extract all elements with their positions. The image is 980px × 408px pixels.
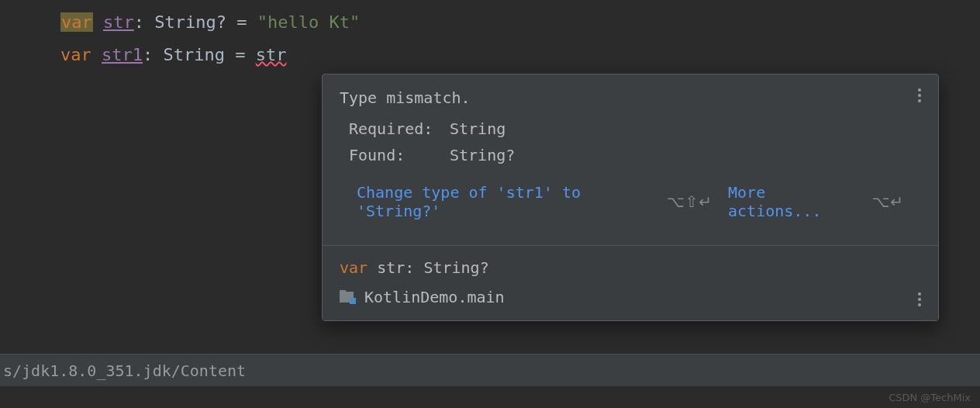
svg-rect-2	[350, 298, 356, 304]
code-line-2: var str1: String = str	[60, 39, 980, 71]
error-token: str	[256, 45, 287, 64]
more-actions-link[interactable]: More actions...	[728, 183, 859, 220]
var-name: str	[103, 12, 134, 32]
svg-rect-1	[340, 290, 346, 293]
string-literal: "hello Kt"	[257, 12, 360, 32]
code-editor[interactable]: var str: String? = "hello Kt" var str1: …	[0, 0, 980, 71]
location-text: KotlinDemo.main	[364, 288, 505, 306]
status-text: s/jdk1.8.0_351.jdk/Content	[3, 361, 246, 380]
type-annotation: String?	[154, 12, 226, 32]
shortcut-hint: ⌥⇧↵	[666, 192, 713, 211]
watermark: CSDN @TechMix	[889, 392, 971, 403]
var-name: str1	[102, 45, 143, 64]
keyword-var: var	[60, 12, 93, 32]
error-title: Type mismatch.	[340, 88, 921, 107]
file-icon	[340, 290, 357, 304]
required-value: String	[450, 119, 506, 138]
error-tooltip: Type mismatch. Required: String Found: S…	[322, 74, 939, 321]
more-icon[interactable]	[913, 292, 926, 306]
declaration-location[interactable]: KotlinDemo.main	[340, 288, 921, 306]
declaration-preview: var str: String?	[340, 258, 921, 277]
shortcut-hint: ⌥↵	[871, 192, 904, 211]
type-annotation: String	[163, 45, 224, 64]
status-bar: s/jdk1.8.0_351.jdk/Content	[0, 354, 980, 386]
quick-fix-link[interactable]: Change type of 'str1' to 'String?'	[357, 183, 654, 220]
found-label: Found:	[349, 146, 450, 164]
more-icon[interactable]	[913, 88, 926, 102]
keyword-var: var	[60, 45, 91, 64]
found-value: String?	[450, 146, 515, 164]
code-line-1: var str: String? = "hello Kt"	[60, 6, 980, 39]
required-label: Required:	[349, 119, 450, 138]
